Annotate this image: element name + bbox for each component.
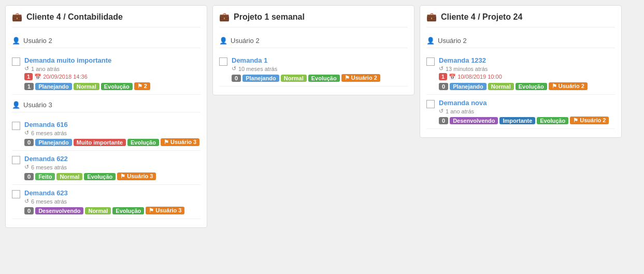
demand-item: Demanda muito importante↺1 ano atrás1📅20… [12, 52, 201, 95]
tag-count: 0 [24, 207, 34, 214]
tag-count: 0 [24, 139, 34, 146]
demand-tags: 0DesenvolvendoNormalEvolução⚑ Usuário 3 [24, 207, 201, 214]
tag-evolucao: Evolução [112, 207, 144, 214]
tag-normal: Normal [85, 207, 111, 214]
demand-time-ago: ↺1 ano atrás [439, 108, 615, 114]
demand-tags: 0PlanejandoNormalEvolução⚑ Usuário 2 [232, 74, 408, 82]
demand-time-ago: ↺6 meses atrás [24, 129, 201, 136]
demand-time-ago: ↺13 minutos atrás [439, 65, 615, 72]
demand-title[interactable]: Demanda 616 [24, 121, 68, 128]
tag-feito: Feito [35, 173, 55, 180]
user-icon: 👤 [219, 37, 227, 45]
demand-time-ago: ↺6 meses atrás [24, 164, 201, 170]
tag-user: ⚑ Usuário 3 [146, 207, 184, 214]
clock-icon: ↺ [24, 129, 29, 136]
demand-checkbox[interactable] [12, 122, 20, 130]
demand-content: Demanda 623↺6 meses atrás0DesenvolvendoN… [24, 189, 201, 214]
clock-icon: ↺ [24, 164, 29, 170]
demand-item: Demanda 616↺6 meses atrás0PlanejandoMuit… [12, 117, 201, 151]
tag-evolucao: Evolução [516, 83, 547, 90]
demand-date: 1📅20/09/2018 14:36 [24, 73, 201, 80]
demand-title[interactable]: Demanda nova [439, 99, 486, 107]
demand-checkbox[interactable] [12, 57, 20, 66]
user-icon: 👤 [12, 37, 20, 45]
tag-count: 0 [439, 83, 448, 90]
date-value: 20/09/2018 14:36 [43, 74, 88, 80]
demand-title[interactable]: Demanda 623 [24, 189, 68, 197]
demand-checkbox[interactable] [426, 100, 435, 108]
demand-content: Demanda nova↺1 ano atrás0DesenvolvendoIm… [439, 99, 615, 124]
demand-tags: 0DesenvolvendoImportanteEvolução⚑ Usuári… [439, 117, 615, 124]
section-user-label: Usuário 3 [23, 101, 52, 109]
demand-item: Demanda 623↺6 meses atrás0DesenvolvendoN… [12, 185, 201, 219]
demand-content: Demanda muito importante↺1 ano atrás1📅20… [24, 56, 201, 90]
demand-time-ago: ↺10 meses atrás [232, 65, 408, 72]
demand-time-ago: ↺6 meses atrás [24, 198, 201, 205]
tag-count: 1 [24, 83, 34, 90]
demand-checkbox[interactable] [219, 57, 227, 66]
briefcase-icon: 💼 [426, 12, 437, 22]
tag-user: ⚑ Usuário 2 [549, 82, 588, 90]
tag-planejando: Planejando [35, 83, 72, 90]
date-num-badge: 1 [439, 73, 447, 80]
column-title: Cliente 4 / Projeto 24 [441, 12, 522, 22]
column-title: Cliente 4 / Contabilidade [26, 12, 123, 22]
user-icon: 👤 [426, 37, 435, 45]
demand-checkbox[interactable] [12, 190, 20, 198]
user-section: 👤Usuário 2Demanda muito importante↺1 ano… [12, 33, 201, 95]
clock-icon: ↺ [439, 65, 443, 72]
clock-icon: ↺ [24, 65, 29, 72]
tag-desenvolvendo: Desenvolvendo [450, 117, 498, 124]
project-column-col2: 💼Projeto 1 semanal👤Usuário 2Demanda 1↺10… [212, 5, 414, 95]
demand-tags: 0FeitoNormalEvolução⚑ Usuário 3 [24, 172, 201, 180]
tag-count: 0 [439, 117, 448, 124]
clock-icon: ↺ [439, 108, 443, 114]
column-header: 💼Cliente 4 / Contabilidade [12, 12, 201, 27]
section-header: 👤Usuário 2 [12, 33, 201, 48]
tag-count: 0 [24, 173, 34, 180]
tag-user: ⚑ Usuário 3 [117, 172, 156, 180]
date-num-badge: 1 [24, 73, 33, 80]
demand-title[interactable]: Demanda 1 [232, 56, 267, 64]
tag-user: ⚑ Usuário 2 [570, 117, 609, 124]
demand-item: Demanda 1↺10 meses atrás0PlanejandoNorma… [219, 52, 408, 86]
tag-muito-importante: Muito importante [74, 139, 126, 146]
tag-planejando: Planejando [450, 83, 486, 90]
tag-planejando: Planejando [35, 139, 72, 146]
tag-evolucao: Evolução [537, 117, 568, 124]
demand-checkbox[interactable] [426, 57, 435, 66]
tag-evolucao: Evolução [101, 83, 133, 90]
tag-desenvolvendo: Desenvolvendo [35, 207, 83, 214]
column-header: 💼Projeto 1 semanal [219, 12, 408, 27]
demand-checkbox[interactable] [12, 156, 20, 164]
tag-user: ⚑ Usuário 2 [341, 74, 380, 82]
tag-normal: Normal [281, 75, 307, 82]
user-section: 👤Usuário 3Demanda 616↺6 meses atrás0Plan… [12, 97, 201, 219]
demand-item: Demanda nova↺1 ano atrás0DesenvolvendoIm… [426, 95, 615, 129]
section-header: 👤Usuário 2 [426, 33, 615, 48]
column-header: 💼Cliente 4 / Projeto 24 [426, 12, 615, 27]
demand-date: 1📅10/08/2019 10:00 [439, 73, 615, 80]
demand-title[interactable]: Demanda 622 [24, 155, 68, 163]
demand-content: Demanda 616↺6 meses atrás0PlanejandoMuit… [24, 121, 201, 146]
section-user-label: Usuário 2 [438, 37, 467, 45]
demand-title[interactable]: Demanda 1232 [439, 56, 486, 64]
demand-title[interactable]: Demanda muito importante [24, 56, 111, 64]
section-header: 👤Usuário 3 [12, 97, 201, 112]
tag-user: ⚑ 2 [134, 82, 150, 90]
tag-evolucao: Evolução [84, 173, 116, 180]
tag-evolucao: Evolução [308, 75, 340, 82]
clock-icon: ↺ [232, 65, 236, 72]
tag-importante: Importante [499, 117, 535, 124]
demand-tags: 0PlanejandoMuito importanteEvolução⚑ Usu… [24, 138, 201, 146]
calendar-icon: 📅 [449, 74, 456, 80]
demand-item: Demanda 622↺6 meses atrás0FeitoNormalEvo… [12, 151, 201, 185]
demand-item: Demanda 1232↺13 minutos atrás1📅10/08/201… [426, 52, 615, 95]
demand-content: Demanda 1↺10 meses atrás0PlanejandoNorma… [232, 56, 408, 82]
user-icon: 👤 [12, 101, 20, 109]
kanban-board: 💼Cliente 4 / Contabilidade👤Usuário 2Dema… [5, 5, 639, 228]
tag-evolucao: Evolução [127, 139, 159, 146]
briefcase-icon: 💼 [219, 12, 230, 22]
demand-content: Demanda 622↺6 meses atrás0FeitoNormalEvo… [24, 155, 201, 180]
project-column-col3: 💼Cliente 4 / Projeto 24👤Usuário 2Demanda… [420, 5, 622, 138]
